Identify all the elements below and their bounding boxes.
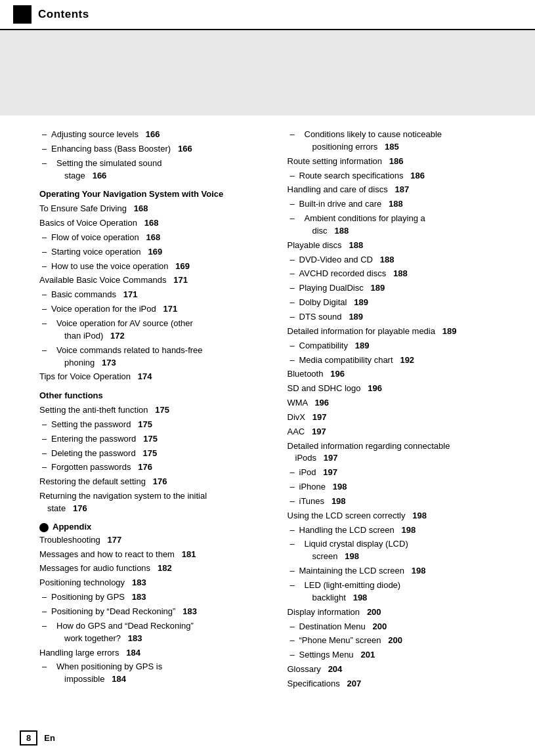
list-item: Voice operation for the iPod 171 (39, 303, 268, 316)
list-item: Positioning technology 183 (39, 577, 268, 589)
list-item: iPhone 198 (288, 481, 516, 494)
list-item: Maintaining the LCD screen 198 (288, 565, 516, 578)
list-item: Using the LCD screen correctly 198 (288, 510, 516, 522)
list-item: –Liquid crystal display (LCD)screen 198 (288, 538, 516, 563)
list-item: “Phone Menu” screen 200 (288, 635, 516, 647)
list-item: Deleting the password 175 (39, 448, 268, 460)
list-item: Settings Menu 201 (288, 649, 516, 662)
list-item: –Conditions likely to cause noticeablepo… (288, 129, 516, 154)
list-item: –Voice commands related to hands-freepho… (39, 345, 268, 369)
list-item: SD and SDHC logo 196 (288, 383, 516, 395)
top-gray-area (0, 30, 535, 116)
list-item: Flow of voice operation 168 (39, 232, 268, 244)
list-item: Specifications 207 (288, 678, 516, 690)
list-item: Playable discs 188 (288, 240, 516, 252)
list-item: Detailed information for playable media … (288, 326, 516, 338)
list-item: Restoring the default setting 176 (39, 476, 268, 488)
header: Contents (0, 0, 535, 30)
header-title: Contents (38, 8, 89, 21)
header-icon (13, 5, 32, 24)
list-item: –Ambient conditions for playing adisc 18… (288, 213, 516, 238)
list-item: DVD-Video and CD 188 (288, 254, 516, 266)
list-item: Playing DualDisc 189 (288, 282, 516, 295)
list-item: Setting the anti-theft function 175 (39, 404, 268, 417)
list-item: Compatibility 189 (288, 340, 516, 352)
list-item: To Ensure Safe Driving 168 (39, 203, 268, 215)
list-item: –Setting the simulated soundstage 166 (39, 158, 268, 182)
list-item: Bluetooth 196 (288, 368, 516, 381)
list-item: Positioning by “Dead Reckoning” 183 (39, 606, 268, 618)
list-item: iTunes 198 (288, 495, 516, 508)
bullet-icon (39, 523, 49, 532)
section-header: Operating Your Navigation System with Vo… (39, 188, 268, 201)
list-item: Handling the LCD screen 198 (288, 524, 516, 537)
list-item: Basics of Voice Operation 168 (39, 217, 268, 230)
list-item: –When positioning by GPS isimpossible 18… (39, 661, 268, 686)
list-item: How to use the voice operation 169 (39, 261, 268, 273)
list-item: Messages for audio functions 182 (39, 562, 268, 575)
list-item: DTS sound 189 (288, 311, 516, 324)
list-item: Handling and care of discs 187 (288, 184, 516, 196)
list-item: Available Basic Voice Commands 171 (39, 274, 268, 287)
list-item: iPod 197 (288, 467, 516, 479)
list-item: Returning the navigation system to the i… (39, 490, 268, 515)
list-item: –Voice operation for AV source (othertha… (39, 318, 268, 343)
page: Contents Adjusting source levels 166Enha… (0, 0, 535, 756)
list-item: Starting voice operation 169 (39, 246, 268, 259)
list-item: Destination Menu 200 (288, 621, 516, 633)
list-item: Dolby Digital 189 (288, 297, 516, 309)
list-item: Route search specifications 186 (288, 170, 516, 182)
content-area: Adjusting source levels 166Enhancing bas… (0, 116, 535, 719)
list-item: Adjusting source levels 166 (39, 129, 268, 141)
list-item: Route setting information 186 (288, 156, 516, 168)
list-item: Built-in drive and care 188 (288, 198, 516, 211)
list-item: Forgotten passwords 176 (39, 461, 268, 474)
list-item: Media compatibility chart 192 (288, 354, 516, 367)
list-item: WMA 196 (288, 397, 516, 410)
page-number: 8 (20, 730, 37, 746)
footer: 8 En (0, 726, 535, 749)
list-item: AVCHD recorded discs 188 (288, 268, 516, 280)
list-item: Entering the password 175 (39, 433, 268, 446)
bullet-section-label: Appendix (53, 522, 91, 532)
appendix-header: Appendix (39, 522, 268, 532)
list-item: Enhancing bass (Bass Booster) 166 (39, 143, 268, 156)
list-item: Troubleshooting 177 (39, 534, 268, 547)
list-item: AAC 197 (288, 426, 516, 438)
list-item: Basic commands 171 (39, 289, 268, 301)
list-item: Handling large errors 184 (39, 647, 268, 660)
list-item: –LED (light-emitting diode)backlight 198 (288, 579, 516, 604)
list-item: Positioning by GPS 183 (39, 591, 268, 604)
list-item: Glossary 204 (288, 663, 516, 676)
list-item: Messages and how to react to them 181 (39, 549, 268, 561)
right-column: –Conditions likely to cause noticeablepo… (288, 129, 516, 692)
list-item: Detailed information regarding connectab… (288, 440, 516, 465)
section-header: Other functions (39, 390, 268, 402)
language-label: En (44, 733, 55, 743)
list-item: Setting the password 175 (39, 419, 268, 431)
list-item: –How do GPS and “Dead Reckoning”work tog… (39, 620, 268, 645)
list-item: DivX 197 (288, 411, 516, 424)
list-item: Tips for Voice Operation 174 (39, 371, 268, 383)
left-column: Adjusting source levels 166Enhancing bas… (39, 129, 268, 692)
list-item: Display information 200 (288, 606, 516, 619)
